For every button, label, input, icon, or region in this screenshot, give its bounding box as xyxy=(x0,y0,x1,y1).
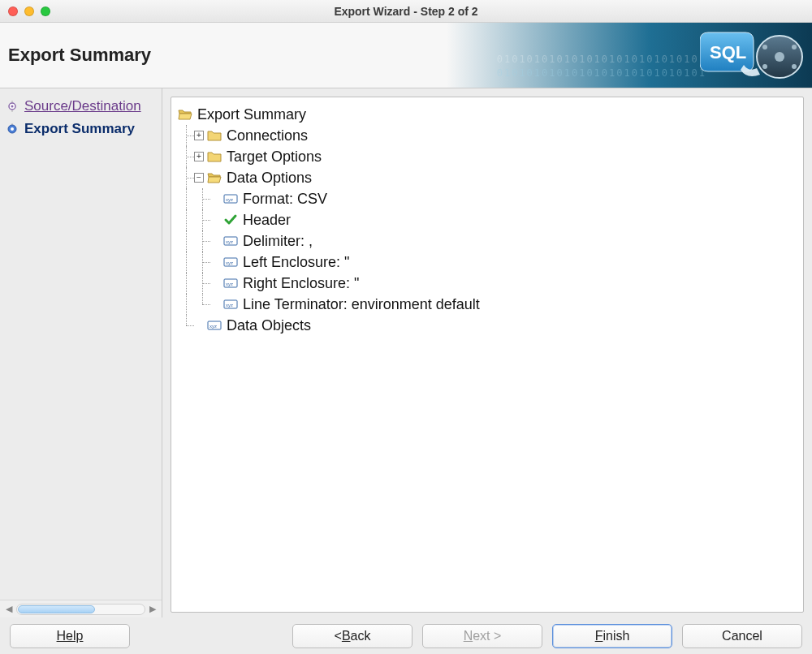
sidebar-horizontal-scrollbar[interactable]: ◀ ▶ xyxy=(0,600,162,617)
tree-guide xyxy=(194,252,210,273)
scroll-right-arrow-icon[interactable]: ▶ xyxy=(147,604,158,615)
button-prefix: < xyxy=(335,629,342,643)
svg-text:SQL: SQL xyxy=(710,42,746,62)
tree-node-line-terminator[interactable]: xyz Line Terminator: environment default xyxy=(178,294,797,315)
tree-node-header[interactable]: Header xyxy=(178,209,797,230)
svg-text:xyz: xyz xyxy=(226,282,233,286)
decorative-binary-text: 0101010101010101010101010101 xyxy=(497,67,706,79)
xyz-property-icon: xyz xyxy=(223,256,238,269)
tree-node-right-enclosure[interactable]: xyz Right Enclosure: " xyxy=(178,273,797,294)
wizard-step-export-summary[interactable]: Export Summary xyxy=(6,118,162,140)
folder-closed-icon xyxy=(207,150,222,163)
tree-label: Export Summary xyxy=(197,106,306,123)
tree-guide xyxy=(194,209,210,230)
tree-guide xyxy=(194,273,210,294)
scroll-left-arrow-icon[interactable]: ◀ xyxy=(3,604,15,615)
tree-label: Right Enclosure: " xyxy=(243,275,359,292)
svg-text:xyz: xyz xyxy=(226,260,233,265)
tree-expander-plus[interactable]: + xyxy=(194,131,204,140)
wizard-steps-sidebar: Source/Destination Export Summary ◀ ▶ xyxy=(0,88,162,617)
tree-expander-spacer xyxy=(210,194,220,204)
tree-expander-minus[interactable]: − xyxy=(194,173,204,183)
xyz-property-icon: xyz xyxy=(223,192,238,205)
folder-closed-icon xyxy=(207,129,222,142)
tree-guide xyxy=(178,273,194,294)
button-accel: N xyxy=(464,629,473,643)
svg-point-12 xyxy=(11,127,14,131)
svg-text:xyz: xyz xyxy=(226,239,233,244)
folder-open-icon xyxy=(178,108,192,121)
minimize-window-button[interactable] xyxy=(24,6,34,16)
sql-export-logo-icon: SQL xyxy=(700,29,806,83)
tree-expander-spacer xyxy=(210,257,220,267)
button-suffix: inish xyxy=(603,629,629,643)
xyz-property-icon: xyz xyxy=(207,319,222,332)
svg-point-2 xyxy=(775,52,784,62)
tree-guide xyxy=(194,188,210,209)
tree-guide xyxy=(178,252,194,273)
cancel-button[interactable]: Cancel xyxy=(682,624,802,648)
tree-node-left-enclosure[interactable]: xyz Left Enclosure: " xyxy=(178,252,797,273)
wizard-footer: Help < Back Next > Finish Cancel xyxy=(0,617,812,654)
svg-point-3 xyxy=(762,45,767,49)
tree-label: Left Enclosure: " xyxy=(243,254,349,271)
svg-point-6 xyxy=(792,64,797,69)
xyz-property-icon: xyz xyxy=(223,298,238,311)
tree-guide xyxy=(178,294,194,315)
content-area: Source/Destination Export Summary ◀ ▶ xyxy=(0,88,812,617)
tree-expander-spacer xyxy=(210,278,220,288)
tree-expander-spacer xyxy=(194,321,204,330)
button-label: Cancel xyxy=(722,629,762,643)
wizard-step-source-destination[interactable]: Source/Destination xyxy=(6,95,162,118)
zoom-window-button[interactable] xyxy=(41,6,50,16)
tree-guide xyxy=(178,167,194,188)
close-window-button[interactable] xyxy=(8,6,18,16)
tree-node-connections[interactable]: + Connections xyxy=(178,125,797,146)
summary-tree: Export Summary + Connections + xyxy=(171,97,804,613)
traffic-lights xyxy=(8,6,50,16)
svg-point-4 xyxy=(792,45,797,49)
decorative-binary-text: 0101010101010101010101010101 xyxy=(497,54,706,65)
scroll-thumb[interactable] xyxy=(18,605,95,613)
button-accel: B xyxy=(342,629,351,643)
tree-expander-spacer xyxy=(210,299,220,309)
window-title: Export Wizard - Step 2 of 2 xyxy=(0,5,812,18)
tree-node-format[interactable]: xyz Format: CSV xyxy=(178,188,797,209)
button-suffix: ack xyxy=(351,629,371,643)
tree-guide xyxy=(178,209,194,230)
xyz-property-icon: xyz xyxy=(223,234,238,247)
main-panel-wrap: Export Summary + Connections + xyxy=(162,88,812,617)
svg-text:xyz: xyz xyxy=(226,197,233,202)
tree-node-target-options[interactable]: + Target Options xyxy=(178,146,797,167)
page-title: Export Summary xyxy=(8,45,151,66)
tree-node-export-summary[interactable]: Export Summary xyxy=(178,104,797,125)
wizard-step-label: Export Summary xyxy=(24,121,135,137)
tree-label: Data Options xyxy=(227,170,312,187)
button-suffix: ext > xyxy=(473,629,501,643)
tree-guide xyxy=(178,125,194,146)
folder-open-icon xyxy=(207,171,222,184)
tree-label: Delimiter: , xyxy=(243,233,313,250)
button-label: Help xyxy=(57,629,84,643)
svg-text:xyz: xyz xyxy=(209,324,217,329)
wizard-header: Export Summary 0101010101010101010101010… xyxy=(0,23,812,88)
button-accel: F xyxy=(595,629,603,643)
scroll-track[interactable] xyxy=(16,604,145,615)
tree-node-data-objects[interactable]: xyz Data Objects xyxy=(178,315,797,336)
tree-expander-plus[interactable]: + xyxy=(194,152,204,161)
tree-guide xyxy=(178,230,194,252)
tree-node-delimiter[interactable]: xyz Delimiter: , xyxy=(178,230,797,252)
wizard-step-label[interactable]: Source/Destination xyxy=(24,98,141,114)
tree-guide xyxy=(194,294,210,315)
help-button[interactable]: Help xyxy=(10,624,130,648)
tree-expander-spacer xyxy=(210,215,220,225)
back-button[interactable]: < Back xyxy=(292,624,412,648)
tree-guide xyxy=(194,230,210,252)
svg-text:xyz: xyz xyxy=(226,303,233,308)
next-button: Next > xyxy=(422,624,542,648)
tree-node-data-options[interactable]: − Data Options xyxy=(178,167,797,188)
finish-button[interactable]: Finish xyxy=(552,624,672,648)
tree-label: Target Options xyxy=(227,148,322,166)
titlebar: Export Wizard - Step 2 of 2 xyxy=(0,0,812,23)
tree-label: Data Objects xyxy=(227,317,311,334)
